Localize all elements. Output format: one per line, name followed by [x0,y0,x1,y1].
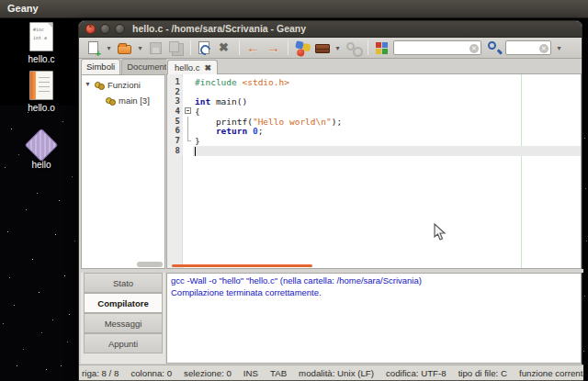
code-text: { [193,106,581,117]
line-number: 5 [167,117,183,127]
fold-margin [183,96,193,106]
panel-app-menu[interactable]: Geany [7,3,39,14]
titlebar[interactable]: hello.c - /home/sara/Scrivania - Geany [79,21,582,38]
editor-body[interactable]: 1#include <stdio.h>23int main()4{5 print… [166,74,582,269]
editor: hello.c✖ 1#include <stdio.h>23int main()… [166,59,582,269]
c-source-file-icon: #incint a [29,22,53,51]
status-item: TAB [270,368,287,378]
code-text [193,87,581,97]
code-line-6[interactable]: 6 return 0; [167,126,581,136]
fold-margin [183,117,193,127]
saveall-icon [169,41,179,52]
code-line-4[interactable]: 4{ [167,106,581,117]
window-minimize-button[interactable] [100,24,110,34]
editor-tabbar: hello.c✖ [166,59,582,74]
new-dropdown-icon[interactable]: ▾ [105,44,113,52]
desktop-icon-hello.c[interactable]: #incint ahello.c [12,22,71,64]
sidebar-tab-simboli[interactable]: Simboli [81,59,120,74]
executable-file-icon [25,129,59,162]
message-window-tabs: StatoCompilatoreMessaggiAppunti [81,273,165,364]
new-button[interactable] [85,39,103,57]
close-file-button[interactable]: ✖ [216,39,234,57]
toolbar-separator [288,40,288,55]
forward-button[interactable]: → [265,39,283,57]
code-text: int main() [193,96,581,106]
compile-button[interactable] [293,39,311,57]
status-item: tipo di file: C [458,368,507,378]
status-item: selezione: 0 [184,368,232,378]
open-dropdown-icon[interactable]: ▾ [136,44,144,52]
code-line-7[interactable]: 7} [167,136,581,146]
back-button[interactable]: ← [244,39,263,57]
status-item: colonna: 0 [130,368,172,378]
desktop-icon-hello.o[interactable]: hello.o [12,71,71,113]
build-button[interactable] [313,39,332,57]
tree-item-label: Funzioni [107,80,141,90]
code-line-5[interactable]: 5 printf("Hello world\n"); [167,117,581,127]
line-number: 2 [167,87,183,97]
revert-button[interactable] [196,39,214,57]
goto-line-input[interactable] [508,42,536,53]
colors-icon [376,42,381,48]
statusbar: riga: 8 / 8colonna: 0selezione: 0INSTABm… [79,364,583,380]
expander-icon[interactable]: ▼ [85,81,91,87]
search-input[interactable] [396,42,466,53]
main-content: SimboliDocumenti ▼Funzionimain [3] hello… [81,59,582,269]
fold-margin [183,77,193,87]
code-text: } [193,136,581,146]
open-button[interactable] [116,39,134,57]
line-number: 3 [167,96,183,106]
toolbar-separator [239,40,240,55]
mouse-cursor [434,223,447,241]
editor-tab-label: hello.c [175,62,199,73]
window-title: hello.c - /home/sara/Scrivania - Geany [132,23,306,34]
status-item: riga: 8 / 8 [82,368,119,378]
toolbar: ▾▾✖←→▾✕✕▾ [79,38,582,59]
window-close-button[interactable] [85,24,96,34]
message-window: StatoCompilatoreMessaggiAppunti gcc -Wal… [81,273,582,364]
clear-icon[interactable]: ✕ [539,44,548,53]
tree-item-Funzioni[interactable]: ▼Funzioni [82,79,164,92]
sidebar-tabs: SimboliDocumenti [81,59,165,74]
tree-item-label: main [3] [119,95,150,106]
message-tab-appunti[interactable]: Appunti [84,333,163,353]
color-chooser-button[interactable] [373,39,391,57]
top-panel: Geany [0,0,588,18]
code-line-1[interactable]: 1#include <stdio.h> [167,77,581,87]
line-number: 1 [167,77,183,87]
editor-tab-hello-c[interactable]: hello.c✖ [167,60,218,74]
code-text: printf("Hello world\n"); [193,117,581,127]
message-tab-messaggi[interactable]: Messaggi [84,313,163,333]
compiler-output: gcc -Wall -o "hello" "hello.c" (nella ca… [166,273,582,364]
goto-line-input-wrap: ✕ [505,40,551,55]
fold-margin[interactable] [183,106,193,117]
code-line-8[interactable]: 8 [167,146,581,156]
line-number: 7 [167,136,183,146]
tree-item-main[interactable]: main [3] [82,95,164,107]
object-file-icon [29,71,53,100]
open-icon [118,45,131,54]
build-dropdown-icon[interactable]: ▾ [334,44,342,52]
editor-hscrollbar[interactable] [172,264,312,267]
clear-icon[interactable]: ✕ [469,44,479,53]
sidebar-scrollbar[interactable] [137,262,163,267]
search-input-wrap: ✕ [393,40,481,55]
window-maximize-button[interactable] [115,24,125,34]
message-tab-stato[interactable]: Stato [84,273,163,293]
tab-close-icon[interactable]: ✖ [204,63,211,73]
message-tab-compilatore[interactable]: Compilatore [84,293,163,313]
goto-dropdown-icon[interactable]: ▾ [555,44,563,52]
toolbar-separator [368,40,368,55]
code-line-2[interactable]: 2 [167,87,581,97]
new-icon [88,41,98,54]
desktop-icon-label: hello.o [12,103,71,113]
status-item: codifica: UTF-8 [386,368,447,378]
fold-margin [183,126,193,136]
search-button[interactable] [485,39,503,57]
line-number: 8 [167,146,183,156]
desktop-icon-hello[interactable]: hello [12,130,71,170]
status-item: INS [243,368,258,378]
compile-icon [295,40,303,49]
fold-margin [183,87,193,97]
code-line-3[interactable]: 3int main() [167,96,581,106]
